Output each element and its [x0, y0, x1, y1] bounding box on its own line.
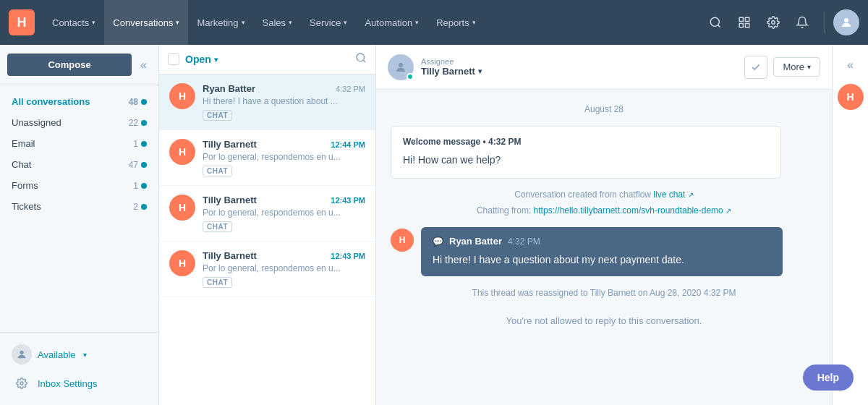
user-status-icon: [12, 344, 32, 364]
svg-point-6: [772, 21, 775, 25]
unread-dot: [141, 99, 147, 105]
settings-button[interactable]: [760, 9, 786, 35]
conversation-list: Open ▾ H Ryan Batter 4:32 PM Hi there! I…: [159, 45, 376, 405]
notifications-button[interactable]: [789, 9, 815, 35]
nav-item-contacts[interactable]: Contacts ▾: [43, 0, 104, 45]
svg-point-10: [357, 54, 365, 61]
conversation-items: H Ryan Batter 4:32 PM Hi there! I have a…: [159, 74, 375, 405]
nav-item-sales[interactable]: Sales ▾: [254, 0, 302, 45]
avatar: H: [169, 139, 195, 165]
avatar: H: [169, 83, 195, 109]
open-filter-dropdown[interactable]: Open ▾: [185, 54, 218, 65]
sidebar-item-chat[interactable]: Chat 47: [0, 154, 158, 175]
assignee-avatar: [388, 54, 414, 80]
hubspot-logo[interactable]: H: [9, 9, 35, 35]
conversation-item[interactable]: H Tilly Barnett 12:43 PM Por lo general,…: [159, 242, 375, 297]
online-status-dot: [407, 73, 414, 80]
ryan-bubble: 💬 Ryan Batter 4:32 PM Hi there! I have a…: [421, 227, 783, 276]
nav-item-service[interactable]: Service ▾: [301, 0, 356, 45]
chevron-down-icon: ▾: [242, 19, 245, 26]
user-avatar[interactable]: [833, 9, 859, 35]
reply-note: You're not allowed to reply to this conv…: [391, 310, 817, 332]
conv-header-row: Tilly Barnett 12:43 PM: [203, 195, 365, 205]
search-button[interactable]: [702, 9, 728, 35]
message-card: Welcome message • 4:32 PM Hi! How can we…: [391, 126, 781, 179]
svg-rect-2: [739, 17, 743, 21]
svg-rect-4: [739, 24, 743, 27]
sidebar-item-all-conversations[interactable]: All conversations 48: [0, 91, 158, 112]
conversation-content: Tilly Barnett 12:43 PM Por lo general, r…: [203, 250, 365, 288]
chatflow-link[interactable]: live chat ↗: [653, 189, 693, 200]
svg-line-11: [363, 60, 365, 62]
chat-messages: August 28 Welcome message • 4:32 PM Hi! …: [376, 90, 832, 405]
sidebar: Compose « All conversations 48 Unassigne…: [0, 45, 159, 405]
sidebar-item-tickets[interactable]: Tickets 2: [0, 196, 158, 217]
unread-dot: [141, 141, 147, 147]
conversation-content: Tilly Barnett 12:44 PM Por lo general, r…: [203, 139, 365, 176]
conv-header-row: Tilly Barnett 12:43 PM: [203, 250, 365, 261]
assignee-info: Assignee Tilly Barnett ▾: [421, 57, 737, 77]
chat-area: Assignee Tilly Barnett ▾ More ▾ August 2…: [376, 45, 832, 405]
chat-header-actions: More ▾: [744, 56, 820, 79]
unread-dot: [141, 162, 147, 168]
date-divider: August 28: [391, 104, 817, 114]
conversation-item[interactable]: H Ryan Batter 4:32 PM Hi there! I have a…: [159, 74, 375, 130]
reassign-note: This thread was reassigned to Tilly Barn…: [391, 285, 817, 301]
inbox-settings-button[interactable]: Inbox Settings: [12, 369, 147, 398]
main-layout: Compose « All conversations 48 Unassigne…: [0, 45, 868, 405]
chevron-down-icon: ▾: [415, 19, 419, 26]
external-link-icon: ↗: [726, 207, 731, 215]
help-button[interactable]: Help: [803, 364, 854, 391]
avatar: H: [169, 195, 195, 221]
conversation-item[interactable]: H Tilly Barnett 12:43 PM Por lo general,…: [159, 186, 375, 242]
sidebar-compose-area: Compose «: [0, 45, 158, 85]
conversation-content: Tilly Barnett 12:43 PM Por lo general, r…: [203, 195, 365, 232]
sidebar-item-forms[interactable]: Forms 1: [0, 175, 158, 196]
marketplace-button[interactable]: [731, 9, 757, 35]
avatar: H: [169, 250, 195, 276]
sidebar-item-email[interactable]: Email 1: [0, 133, 158, 154]
available-status-button[interactable]: Available ▾: [12, 340, 147, 369]
caret-down-icon: ▾: [214, 56, 218, 64]
nav-item-automation[interactable]: Automation ▾: [356, 0, 427, 45]
chevron-down-icon: ▾: [472, 19, 476, 26]
message-text: Hi! How can we help?: [403, 153, 769, 168]
compose-button[interactable]: Compose: [7, 54, 132, 76]
conversation-list-header: Open ▾: [159, 45, 375, 74]
assignee-name-row: Tilly Barnett ▾: [421, 66, 737, 77]
settings-icon: [12, 373, 32, 393]
hubspot-logo-small[interactable]: H: [838, 84, 864, 110]
unread-dot: [141, 120, 147, 126]
chat-header: Assignee Tilly Barnett ▾ More ▾: [376, 45, 832, 90]
chevron-down-icon: ▾: [92, 19, 95, 26]
collapse-sidebar-button[interactable]: «: [136, 56, 151, 74]
nav-item-reports[interactable]: Reports ▾: [427, 0, 485, 45]
chevron-down-icon: ▾: [344, 19, 347, 26]
sidebar-item-unassigned[interactable]: Unassigned 22: [0, 112, 158, 133]
check-button[interactable]: [744, 56, 767, 79]
conversation-content: Ryan Batter 4:32 PM Hi there! I have a q…: [203, 83, 365, 121]
more-button[interactable]: More ▾: [773, 57, 820, 77]
chevron-down-icon: ▾: [478, 67, 482, 75]
ryan-avatar: H: [391, 229, 414, 252]
svg-rect-5: [746, 24, 749, 27]
sidebar-footer: Available ▾ Inbox Settings: [0, 332, 158, 405]
top-navigation: H Contacts ▾ Conversations ▾ Marketing ▾…: [0, 0, 868, 45]
conv-header-row: Tilly Barnett 12:44 PM: [203, 139, 365, 150]
nav-item-marketing[interactable]: Marketing ▾: [188, 0, 253, 45]
ryan-message-wrapper: H 💬 Ryan Batter 4:32 PM Hi there! I have…: [391, 227, 817, 276]
collapse-right-panel-button[interactable]: «: [838, 52, 864, 78]
unread-dot: [141, 204, 147, 210]
chevron-down-icon: ▾: [83, 351, 87, 359]
unread-dot: [141, 183, 147, 189]
conversation-item[interactable]: H Tilly Barnett 12:44 PM Por lo general,…: [159, 130, 375, 186]
select-all-checkbox[interactable]: [168, 54, 179, 65]
svg-line-1: [718, 25, 720, 27]
conversation-search-button[interactable]: [355, 52, 367, 67]
chevron-down-icon: ▾: [807, 63, 811, 71]
chevron-down-icon: ▾: [176, 19, 179, 26]
chevron-down-icon: ▾: [289, 19, 292, 26]
svg-point-12: [399, 63, 403, 67]
chatting-from-link[interactable]: https://hello.tillybarnett.com/svh-round…: [534, 205, 731, 216]
nav-item-conversations[interactable]: Conversations ▾: [104, 0, 188, 45]
